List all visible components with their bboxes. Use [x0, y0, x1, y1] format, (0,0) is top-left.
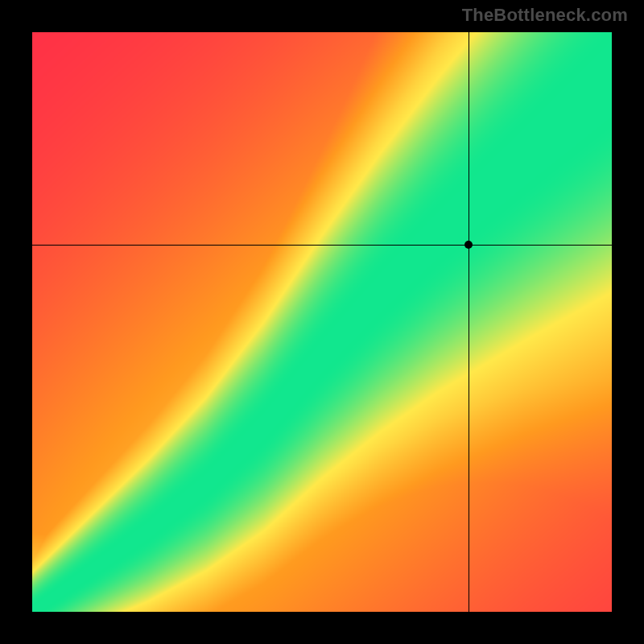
brand-watermark: TheBottleneck.com [462, 5, 628, 26]
crosshair-vertical [469, 32, 469, 612]
marker-dot [464, 241, 473, 249]
plot-area [32, 32, 612, 612]
crosshair-horizontal [32, 245, 612, 246]
heatmap-canvas [32, 32, 612, 612]
chart-frame: TheBottleneck.com [0, 0, 644, 644]
